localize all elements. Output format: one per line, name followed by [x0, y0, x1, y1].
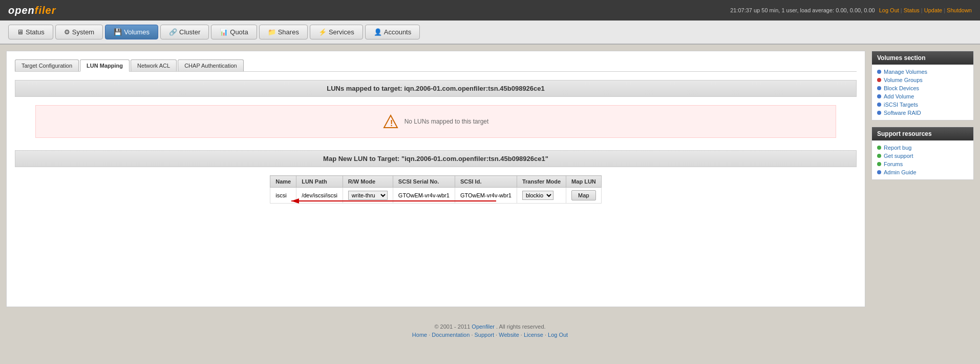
nav-shares[interactable]: 📁 Shares — [259, 25, 308, 39]
nav-status[interactable]: 🖥 Status — [8, 25, 53, 39]
dot-icon — [877, 70, 881, 74]
footer-home[interactable]: Home — [412, 332, 427, 338]
accounts-icon: 👤 — [374, 28, 382, 36]
col-transfer-mode: Transfer Mode — [517, 176, 566, 188]
arrow-container — [189, 204, 846, 214]
nav-accounts[interactable]: 👤 Accounts — [365, 25, 420, 39]
sidebar-link-add-volume[interactable]: Add Volume — [877, 93, 968, 99]
dot-icon — [877, 146, 881, 150]
nav-quota[interactable]: 📊 Quota — [211, 25, 257, 39]
sidebar-link-block-devices[interactable]: Block Devices — [877, 85, 968, 91]
navbar: 🖥 Status ⚙ System 💾 Volumes 🔗 Cluster 📊 … — [0, 21, 980, 45]
sidebar-volumes-section: Volumes section Manage Volumes Volume Gr… — [871, 51, 974, 120]
warning-icon: ! — [383, 114, 398, 129]
dot-icon — [877, 154, 881, 158]
main-layout: Target Configuration LUN Mapping Network… — [0, 45, 980, 313]
quota-icon: 📊 — [220, 28, 228, 36]
sidebar-link-admin-guide[interactable]: Admin Guide — [877, 169, 968, 175]
nav-volumes[interactable]: 💾 Volumes — [105, 25, 158, 39]
shares-icon: 📁 — [268, 28, 276, 36]
footer-openfiler-link[interactable]: Openfiler — [472, 323, 495, 330]
cell-map-lun[interactable]: Map — [566, 188, 602, 204]
col-scsi-id: SCSI Id. — [455, 176, 517, 188]
footer-links: Home · Documentation · Support · Website… — [10, 332, 970, 338]
status-link[interactable]: Status — [904, 7, 920, 13]
dot-icon — [877, 86, 881, 90]
dot-icon — [877, 94, 881, 98]
dot-icon — [877, 78, 881, 82]
tab-target-config[interactable]: Target Configuration — [15, 59, 79, 71]
dot-icon — [877, 170, 881, 174]
content-area: Target Configuration LUN Mapping Network… — [6, 51, 865, 307]
nav-system[interactable]: ⚙ System — [55, 25, 103, 39]
volumes-icon: 💾 — [114, 28, 122, 36]
svg-text:!: ! — [390, 119, 393, 128]
footer-support[interactable]: Support — [475, 332, 495, 338]
footer-copyright: © 2001 - 2011 Openfiler . All rights res… — [10, 323, 970, 330]
dot-icon — [877, 162, 881, 166]
status-icon: 🖥 — [17, 28, 24, 36]
nav-cluster[interactable]: 🔗 Cluster — [160, 25, 209, 39]
system-icon: ⚙ — [64, 28, 70, 36]
sidebar-link-report-bug[interactable]: Report bug — [877, 145, 968, 151]
sidebar-volumes-title: Volumes section — [872, 51, 973, 65]
tab-chap-auth[interactable]: CHAP Authentication — [178, 59, 244, 71]
col-name: Name — [270, 176, 296, 188]
tab-network-acl[interactable]: Network ACL — [131, 59, 177, 71]
header-links: Log Out | Status | Update | Shutdown — [879, 7, 972, 13]
shutdown-link[interactable]: Shutdown — [947, 7, 972, 13]
header-right: 21:07:37 up 50 min, 1 user, load average… — [730, 7, 972, 13]
cluster-icon: 🔗 — [169, 28, 177, 36]
sidebar-support-links: Report bug Get support Forums Admin Guid… — [872, 140, 973, 179]
sidebar-link-get-support[interactable]: Get support — [877, 153, 968, 159]
footer-license[interactable]: License — [524, 332, 543, 338]
map-button[interactable]: Map — [571, 190, 595, 200]
sidebar-link-volume-groups[interactable]: Volume Groups — [877, 77, 968, 83]
sidebar-link-iscsi-targets[interactable]: iSCSI Targets — [877, 102, 968, 108]
sidebar-link-manage-volumes[interactable]: Manage Volumes — [877, 69, 968, 75]
dot-icon — [877, 111, 881, 115]
footer-logout[interactable]: Log Out — [548, 332, 568, 338]
system-info: 21:07:37 up 50 min, 1 user, load average… — [730, 7, 875, 13]
sidebar: Volumes section Manage Volumes Volume Gr… — [871, 51, 974, 307]
sidebar-link-forums[interactable]: Forums — [877, 161, 968, 167]
lun-table-container: Name LUN Path R/W Mode SCSI Serial No. S… — [15, 175, 857, 214]
no-luns-warning: ! No LUNs mapped to this target — [35, 105, 836, 138]
transfer-mode-select[interactable]: blockio fileio — [522, 191, 553, 200]
footer-website[interactable]: Website — [499, 332, 519, 338]
sidebar-support-title: Support resources — [872, 127, 973, 140]
cell-transfer-mode[interactable]: blockio fileio — [517, 188, 566, 204]
services-icon: ⚡ — [318, 28, 327, 36]
sidebar-volumes-links: Manage Volumes Volume Groups Block Devic… — [872, 65, 973, 120]
logout-link[interactable]: Log Out — [879, 7, 899, 13]
dot-icon — [877, 103, 881, 107]
svg-marker-3 — [291, 198, 299, 204]
col-map-lun: Map LUN — [566, 176, 602, 188]
col-rw-mode: R/W Mode — [343, 176, 393, 188]
footer: © 2001 - 2011 Openfiler . All rights res… — [0, 313, 980, 348]
col-scsi-serial: SCSI Serial No. — [393, 176, 455, 188]
mapped-luns-header: LUNs mapped to target: iqn.2006-01.com.o… — [15, 80, 857, 97]
tab-bar: Target Configuration LUN Mapping Network… — [15, 59, 857, 72]
logo: openfiler — [8, 5, 56, 16]
red-arrow — [189, 196, 496, 214]
map-new-lun-header: Map New LUN to Target: "iqn.2006-01.com.… — [15, 150, 857, 167]
tab-lun-mapping[interactable]: LUN Mapping — [80, 59, 130, 72]
footer-documentation[interactable]: Documentation — [432, 332, 470, 338]
header: openfiler 21:07:37 up 50 min, 1 user, lo… — [0, 0, 980, 21]
sidebar-link-software-raid[interactable]: Software RAID — [877, 110, 968, 116]
col-lun-path: LUN Path — [296, 176, 343, 188]
nav-services[interactable]: ⚡ Services — [310, 25, 363, 39]
update-link[interactable]: Update — [924, 7, 942, 13]
sidebar-support-section: Support resources Report bug Get support… — [871, 127, 974, 180]
